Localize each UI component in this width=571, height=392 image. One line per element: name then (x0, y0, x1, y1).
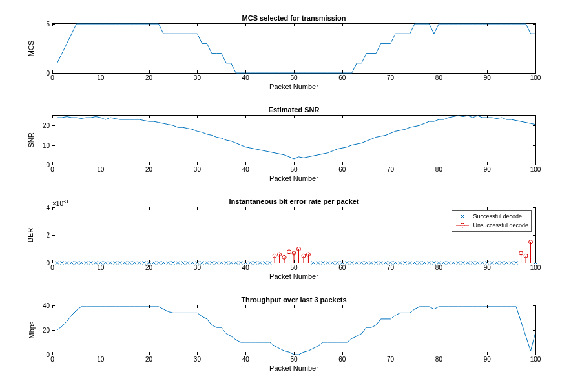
chart-title: Estimated SNR (52, 106, 536, 114)
plot-area-mcs: MCS 05 0102030405060708090100 (52, 23, 536, 74)
plot-area-snr: SNR 01020 0102030405060708090100 (52, 115, 536, 165)
x-axis-label: Packet Number (52, 83, 536, 90)
chart-legend: Successful decode Unsuccessful decode (452, 210, 532, 232)
line-series-snr (52, 116, 535, 165)
line-series-mcs (52, 24, 535, 73)
plot-area-throughput: Mbps 02040 0102030405060708090100 (52, 305, 536, 355)
chart-throughput: Throughput over last 3 packets Mbps 0204… (52, 296, 536, 372)
legend-entry-unsuccessful: Unsuccessful decode (455, 221, 528, 230)
y-exponent: ×10-3 (52, 198, 68, 207)
y-axis-label: BER (26, 228, 34, 243)
chart-title: Throughput over last 3 packets (52, 296, 536, 304)
chart-snr: Estimated SNR SNR 01020 0102030405060708… (52, 106, 536, 182)
legend-label: Successful decode (473, 213, 522, 220)
legend-entry-successful: Successful decode (455, 212, 528, 221)
x-axis-label: Packet Number (52, 273, 536, 280)
y-axis-label: Mbps (28, 322, 36, 339)
y-axis-label: SNR (27, 132, 35, 147)
x-axis-label: Packet Number (52, 174, 536, 182)
chart-title: MCS selected for transmission (52, 14, 536, 22)
legend-label: Unsuccessful decode (473, 222, 528, 229)
chart-title: Instantaneous bit error rate per packet (52, 198, 536, 205)
x-axis-label: Packet Number (52, 364, 536, 372)
y-axis-label: MCS (27, 41, 35, 56)
line-series-throughput (52, 305, 535, 355)
plot-area-ber: ×10-3 BER 024 0102030405060708090100 Suc… (52, 207, 536, 263)
chart-mcs: MCS selected for transmission MCS 05 010… (52, 14, 536, 90)
chart-ber: Instantaneous bit error rate per packet … (52, 198, 536, 280)
